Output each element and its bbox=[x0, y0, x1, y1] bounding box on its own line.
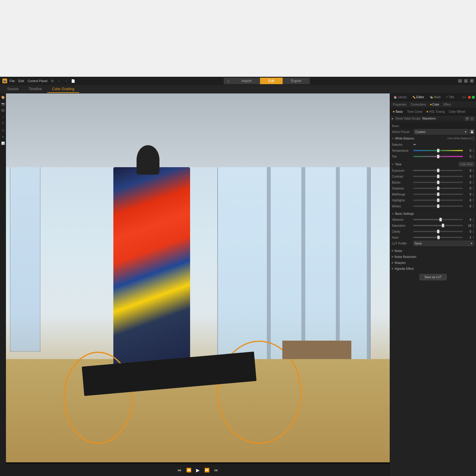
color-tab-basic[interactable]: Basic bbox=[391, 109, 405, 114]
temperature-thumb[interactable] bbox=[437, 149, 439, 152]
contrast-track[interactable] bbox=[413, 176, 463, 177]
transport-play[interactable]: ▶ bbox=[195, 466, 201, 474]
tool-shape[interactable]: ◻ bbox=[0, 127, 6, 133]
saturation-down[interactable]: ▼ bbox=[472, 226, 474, 227]
preset-dropdown[interactable]: Custom ▼ bbox=[414, 129, 468, 134]
blacks-thumb[interactable] bbox=[437, 181, 439, 184]
noise-reduction-header[interactable]: ▶ Noise Reduction bbox=[390, 254, 476, 260]
tab-timeline[interactable]: Timeline bbox=[24, 86, 47, 93]
tone-collapse-arrow[interactable]: ▼ bbox=[392, 163, 394, 165]
whites-thumb[interactable] bbox=[437, 204, 439, 208]
nav-import-button[interactable]: Import bbox=[233, 78, 260, 84]
shadows-track[interactable] bbox=[413, 188, 463, 189]
menu-icon-doc[interactable]: 📄 bbox=[71, 79, 75, 83]
clarity-down[interactable]: ▼ bbox=[472, 231, 474, 233]
transport-prev[interactable]: ⏪ bbox=[185, 466, 192, 474]
save-lut-button[interactable]: Save as LUT bbox=[419, 274, 447, 280]
lut-profile-dropdown[interactable]: None ▼ bbox=[413, 241, 474, 246]
sub-tab-effect[interactable]: Effect bbox=[442, 102, 453, 107]
nav-export-button[interactable]: Export bbox=[283, 78, 310, 84]
vibrance-down[interactable]: ▼ bbox=[472, 220, 474, 221]
tool-chart[interactable]: 📊 bbox=[0, 140, 6, 146]
nav-home-button[interactable]: ⌂ bbox=[224, 78, 233, 84]
highlights-down[interactable]: ▼ bbox=[472, 200, 474, 202]
sub-tab-properties[interactable]: Properties bbox=[391, 102, 408, 107]
shadows-down[interactable]: ▼ bbox=[472, 188, 474, 190]
transport-prev-start[interactable]: ⏮ bbox=[176, 466, 183, 474]
menu-icon-settings[interactable]: ⚙ bbox=[51, 79, 54, 83]
menu-file[interactable]: File bbox=[10, 79, 15, 83]
clarity-thumb[interactable] bbox=[437, 230, 439, 233]
noise-header[interactable]: ▶ Noise bbox=[390, 248, 476, 254]
contrast-down[interactable]: ▼ bbox=[472, 176, 474, 178]
window-close-button[interactable]: ✕ bbox=[470, 79, 474, 83]
whites-track[interactable] bbox=[413, 206, 463, 207]
color-tab-color-wheel[interactable]: Color Wheel bbox=[447, 109, 467, 114]
scope-label[interactable]: Show Video Scope bbox=[395, 117, 420, 120]
whites-down[interactable]: ▼ bbox=[472, 206, 474, 208]
temperature-down[interactable]: ▼ bbox=[472, 151, 474, 152]
transport-next[interactable]: ⏩ bbox=[203, 466, 211, 474]
vignette-header[interactable]: ▶ Vignette Effect bbox=[390, 266, 476, 272]
panel-tab-editor[interactable]: ✏️ Editor bbox=[410, 95, 427, 99]
menu-icon-forward[interactable]: → bbox=[64, 79, 68, 83]
auto-wb-checkbox[interactable] bbox=[471, 137, 474, 140]
window-restore-button[interactable]: □ bbox=[464, 79, 468, 83]
highlights-track[interactable] bbox=[413, 200, 463, 201]
auto-tone-btn[interactable]: Auto Tone bbox=[459, 162, 474, 166]
contrast-thumb[interactable] bbox=[437, 175, 439, 178]
scope-icon-btn-1[interactable]: ⚙ bbox=[465, 117, 469, 121]
color-tab-tone-curve[interactable]: Tone Curve bbox=[405, 109, 424, 114]
tab-color-grading[interactable]: Color Grading bbox=[47, 86, 79, 93]
saturation-track[interactable] bbox=[413, 225, 463, 226]
tab-source[interactable]: Source bbox=[2, 86, 23, 93]
scope-icon-btn-2[interactable]: □ bbox=[470, 117, 474, 121]
tool-color-grading[interactable]: 🎨 bbox=[0, 95, 6, 100]
tint-down[interactable]: ▼ bbox=[472, 156, 474, 158]
clarity-track[interactable] bbox=[413, 231, 463, 232]
midrange-thumb[interactable] bbox=[437, 192, 439, 196]
exposure-track[interactable] bbox=[413, 170, 463, 171]
midrange-down[interactable]: ▼ bbox=[472, 194, 474, 196]
tool-text[interactable]: T bbox=[0, 121, 6, 126]
menu-icon-back[interactable]: ← bbox=[57, 79, 61, 83]
preset-save-btn[interactable]: 💾 bbox=[469, 129, 474, 134]
tint-track[interactable] bbox=[413, 156, 463, 157]
tool-camera[interactable]: 📷 bbox=[0, 101, 6, 107]
haze-thumb[interactable] bbox=[437, 236, 440, 239]
haze-track[interactable] bbox=[413, 237, 463, 238]
tool-music[interactable]: ♪ bbox=[0, 114, 6, 120]
menu-control-panel[interactable]: Control Panel bbox=[28, 79, 48, 83]
selector-eyedropper-icon[interactable]: ✒ bbox=[413, 143, 416, 147]
exposure-thumb[interactable] bbox=[437, 169, 439, 172]
shadows-thumb[interactable] bbox=[437, 187, 439, 190]
highlights-thumb[interactable] bbox=[437, 198, 439, 202]
wb-collapse-arrow[interactable]: ▼ bbox=[392, 137, 394, 140]
tint-thumb[interactable] bbox=[437, 155, 439, 158]
sharpen-header[interactable]: ▶ Sharpen bbox=[390, 260, 476, 266]
scope-dropdown[interactable]: Waveform bbox=[422, 117, 436, 120]
tool-layers[interactable]: ≡ bbox=[0, 134, 6, 139]
blacks-down[interactable]: ▼ bbox=[472, 182, 474, 184]
basic-settings-header[interactable]: ▼ Basic Settings bbox=[390, 211, 476, 217]
auto-white-balance-btn[interactable]: Auto White Balance bbox=[447, 137, 474, 140]
sub-tab-color[interactable]: Color bbox=[428, 102, 441, 107]
haze-down[interactable]: ▼ bbox=[472, 237, 474, 239]
exposure-down[interactable]: ▼ bbox=[472, 170, 474, 172]
menu-edit[interactable]: Edit bbox=[18, 79, 24, 83]
transport-next-end[interactable]: ⏭ bbox=[213, 466, 220, 474]
nav-edit-button[interactable]: Edit bbox=[260, 78, 283, 84]
blacks-track[interactable] bbox=[413, 182, 463, 183]
saturation-thumb[interactable] bbox=[442, 224, 444, 227]
color-tab-hsl-tuning[interactable]: HSL Tuning bbox=[425, 109, 447, 114]
tool-film[interactable]: 🎞 bbox=[0, 108, 6, 113]
vibrance-track[interactable] bbox=[413, 219, 463, 220]
panel-tab-mask[interactable]: 🎭 Mask bbox=[427, 95, 443, 99]
vibrance-thumb[interactable] bbox=[439, 218, 442, 221]
panel-tab-title[interactable]: T Title bbox=[444, 95, 457, 99]
temperature-track[interactable] bbox=[413, 150, 463, 151]
window-minimize-button[interactable]: — bbox=[458, 79, 462, 83]
panel-tab-library[interactable]: 📚 Library bbox=[391, 95, 409, 99]
sub-tab-corrections[interactable]: Corrections bbox=[409, 102, 428, 107]
midrange-track[interactable] bbox=[413, 194, 463, 195]
